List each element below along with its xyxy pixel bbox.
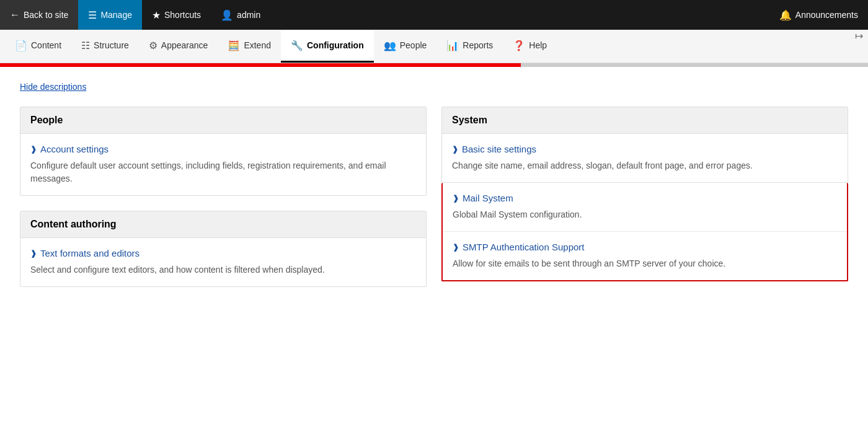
- chevron-icon-3: ❱: [452, 145, 458, 154]
- back-to-site-link[interactable]: ← Back to site: [0, 0, 78, 30]
- content-icon: 📄: [15, 40, 27, 51]
- text-formats-item: ❱ Text formats and editors Select and co…: [20, 238, 426, 286]
- nav-help-label: Help: [529, 40, 547, 50]
- mail-system-item: ❱ Mail System Global Mail System configu…: [443, 183, 847, 232]
- hide-descriptions-link[interactable]: Hide descriptions: [20, 82, 86, 92]
- main-content: Hide descriptions People ❱ Account setti…: [0, 67, 868, 302]
- user-icon: 👤: [221, 9, 233, 21]
- people-section: People ❱ Account settings Configure defa…: [20, 107, 427, 196]
- account-settings-item: ❱ Account settings Configure default use…: [20, 134, 426, 195]
- nav-extend[interactable]: 🧮 Extend: [218, 30, 281, 63]
- chevron-icon: ❱: [30, 145, 37, 154]
- basic-site-settings-label: Basic site settings: [462, 144, 536, 154]
- nav-structure-label: Structure: [94, 40, 129, 50]
- structure-icon: ☷: [81, 40, 90, 51]
- text-formats-link[interactable]: ❱ Text formats and editors: [30, 248, 416, 258]
- nav-extend-label: Extend: [244, 40, 271, 50]
- nav-appearance[interactable]: ⚙ Appearance: [139, 30, 218, 63]
- basic-site-settings-desc: Change site name, email address, slogan,…: [452, 159, 838, 172]
- back-to-site-label: Back to site: [24, 10, 68, 20]
- system-section-header: System: [442, 107, 848, 134]
- nav-structure[interactable]: ☷ Structure: [71, 30, 139, 63]
- account-settings-label: Account settings: [40, 144, 108, 154]
- chevron-icon-5: ❱: [453, 243, 459, 252]
- people-icon: 👥: [384, 40, 396, 51]
- smtp-auth-label: SMTP Authentication Support: [463, 242, 585, 252]
- nav-people-label: People: [400, 40, 427, 50]
- nav-content[interactable]: 📄 Content: [5, 30, 71, 63]
- progress-area: [0, 63, 868, 67]
- shortcuts-link[interactable]: ★ Shortcuts: [142, 0, 211, 30]
- smtp-auth-item: ❱ SMTP Authentication Support Allow for …: [443, 232, 847, 280]
- account-settings-link[interactable]: ❱ Account settings: [30, 144, 416, 154]
- mail-system-desc: Global Mail System configuration.: [453, 208, 837, 221]
- nav-collapse-arrow[interactable]: ↦: [855, 30, 863, 63]
- mail-system-label: Mail System: [463, 193, 513, 203]
- basic-site-settings-item: ❱ Basic site settings Change site name, …: [442, 134, 848, 182]
- appearance-icon: ⚙: [149, 40, 157, 51]
- extend-icon: 🧮: [228, 40, 240, 51]
- text-formats-desc: Select and configure text editors, and h…: [30, 263, 416, 276]
- manage-icon: ☰: [88, 9, 97, 21]
- manage-label: Manage: [100, 10, 132, 20]
- nav-content-label: Content: [31, 40, 61, 50]
- bell-icon: 🔔: [779, 9, 792, 21]
- smtp-auth-desc: Allow for site emails to be sent through…: [453, 257, 837, 270]
- help-icon: ❓: [513, 40, 525, 51]
- text-formats-label: Text formats and editors: [40, 248, 140, 258]
- configuration-icon: 🔧: [291, 40, 303, 51]
- content-authoring-section: Content authoring ❱ Text formats and edi…: [20, 211, 427, 287]
- mail-system-link[interactable]: ❱ Mail System: [453, 193, 837, 203]
- system-section: System ❱ Basic site settings Change site…: [441, 107, 848, 183]
- nav-help[interactable]: ❓ Help: [503, 30, 557, 63]
- back-icon: ←: [10, 9, 20, 20]
- shortcuts-label: Shortcuts: [164, 10, 201, 20]
- reports-icon: 📊: [446, 40, 459, 51]
- announcements-label: Announcements: [795, 10, 858, 20]
- secondary-nav: 📄 Content ☷ Structure ⚙ Appearance 🧮 Ext…: [0, 30, 868, 63]
- nav-appearance-label: Appearance: [161, 40, 208, 50]
- account-settings-desc: Configure default user account settings,…: [30, 159, 416, 185]
- star-icon: ★: [152, 9, 161, 21]
- manage-link[interactable]: ☰ Manage: [78, 0, 142, 30]
- nav-configuration-label: Configuration: [307, 40, 364, 50]
- chevron-icon-2: ❱: [30, 249, 37, 258]
- nav-reports[interactable]: 📊 Reports: [436, 30, 503, 63]
- basic-site-settings-link[interactable]: ❱ Basic site settings: [452, 144, 838, 154]
- right-column: System ❱ Basic site settings Change site…: [441, 107, 848, 287]
- nav-people[interactable]: 👥 People: [374, 30, 437, 63]
- admin-link[interactable]: 👤 admin: [211, 0, 270, 30]
- announcements-link[interactable]: 🔔 Announcements: [769, 0, 868, 30]
- progress-bar: [0, 63, 521, 67]
- people-section-header: People: [20, 107, 426, 134]
- nav-configuration[interactable]: 🔧 Configuration: [281, 30, 374, 63]
- left-column: People ❱ Account settings Configure defa…: [20, 107, 427, 287]
- admin-label: admin: [237, 10, 260, 20]
- content-authoring-header: Content authoring: [20, 211, 426, 238]
- nav-reports-label: Reports: [463, 40, 493, 50]
- smtp-auth-link[interactable]: ❱ SMTP Authentication Support: [453, 242, 837, 252]
- admin-bar: ← Back to site ☰ Manage ★ Shortcuts 👤 ad…: [0, 0, 868, 30]
- chevron-icon-4: ❱: [453, 194, 459, 203]
- highlighted-system-section: ❱ Mail System Global Mail System configu…: [441, 183, 848, 281]
- content-grid: People ❱ Account settings Configure defa…: [20, 107, 848, 287]
